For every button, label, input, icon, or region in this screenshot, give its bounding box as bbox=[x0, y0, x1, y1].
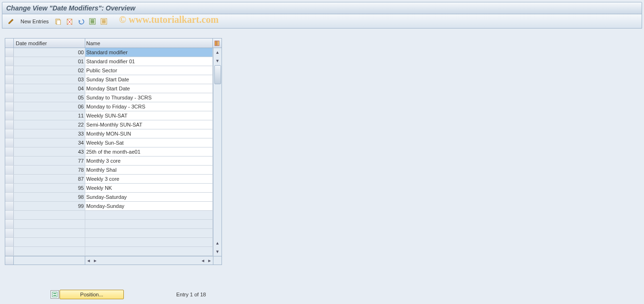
row-name[interactable]: Monday Start Date bbox=[85, 84, 213, 93]
col-header-code[interactable]: Date modifier bbox=[14, 39, 85, 48]
delete-icon[interactable] bbox=[65, 17, 74, 26]
scroll-up-icon[interactable]: ▲ bbox=[213, 48, 221, 57]
row-name[interactable]: Weekly NK bbox=[85, 184, 213, 192]
row-code[interactable]: 99 bbox=[14, 202, 85, 210]
row-name[interactable]: Semi-Monthly SUN-SAT bbox=[85, 120, 213, 129]
hscroll-right2-icon[interactable]: ► bbox=[206, 258, 213, 263]
scroll-down2-icon[interactable]: ▼ bbox=[213, 247, 221, 256]
row-name[interactable]: Standard modifier bbox=[85, 48, 213, 57]
table-row[interactable]: 00Standard modifier bbox=[5, 48, 213, 57]
row-code[interactable]: 00 bbox=[14, 48, 85, 57]
row-name[interactable] bbox=[85, 211, 213, 219]
select-all-icon[interactable] bbox=[88, 17, 97, 26]
row-select[interactable] bbox=[5, 211, 14, 219]
deselect-all-icon[interactable] bbox=[99, 17, 109, 26]
row-name[interactable]: Monthly Shal bbox=[85, 166, 213, 174]
scroll-up2-icon[interactable]: ▲ bbox=[213, 239, 221, 247]
row-name[interactable]: 25th of the month-ae01 bbox=[85, 147, 213, 156]
table-row[interactable]: 22Semi-Monthly SUN-SAT bbox=[5, 120, 213, 129]
row-code[interactable]: 95 bbox=[14, 184, 85, 192]
scroll-track[interactable] bbox=[213, 65, 221, 239]
row-code[interactable]: 34 bbox=[14, 138, 85, 147]
table-row[interactable]: 02Public Sector bbox=[5, 66, 213, 75]
row-code[interactable] bbox=[14, 211, 85, 219]
row-name[interactable]: Monday-Sunday bbox=[85, 202, 213, 210]
row-code[interactable]: 01 bbox=[14, 57, 85, 66]
row-select[interactable] bbox=[5, 138, 14, 147]
row-select[interactable] bbox=[5, 238, 14, 246]
row-code[interactable]: 06 bbox=[14, 102, 85, 111]
row-select[interactable] bbox=[5, 120, 14, 129]
hscroll-left2-icon[interactable]: ◄ bbox=[200, 258, 206, 263]
table-row-empty[interactable] bbox=[5, 220, 213, 229]
row-name[interactable]: Weekly SUN-SAT bbox=[85, 111, 213, 120]
row-select[interactable] bbox=[5, 147, 14, 156]
table-row-empty[interactable] bbox=[5, 238, 213, 247]
row-select[interactable] bbox=[5, 229, 14, 237]
row-select[interactable] bbox=[5, 166, 14, 174]
row-select[interactable] bbox=[5, 84, 14, 93]
table-row[interactable]: 98Sunday-Saturday bbox=[5, 193, 213, 202]
table-row[interactable]: 33Monthly MON-SUN bbox=[5, 129, 213, 138]
table-row[interactable]: 11Weekly SUN-SAT bbox=[5, 111, 213, 120]
row-name[interactable] bbox=[85, 229, 213, 237]
row-code[interactable] bbox=[14, 247, 85, 255]
table-row[interactable]: 05Sunday to Thursday - 3CRS bbox=[5, 93, 213, 102]
row-code[interactable]: 98 bbox=[14, 193, 85, 201]
row-name[interactable]: Sunday Start Date bbox=[85, 75, 213, 84]
row-select[interactable] bbox=[5, 48, 14, 57]
table-row[interactable]: 06Monday to Friday - 3CRS bbox=[5, 102, 213, 111]
scroll-down-icon[interactable]: ▼ bbox=[213, 57, 221, 65]
row-select[interactable] bbox=[5, 129, 14, 138]
table-row-empty[interactable] bbox=[5, 247, 213, 256]
row-name[interactable]: Monday to Friday - 3CRS bbox=[85, 102, 213, 111]
change-icon[interactable] bbox=[6, 17, 16, 26]
row-name[interactable] bbox=[85, 247, 213, 255]
horizontal-scrollbar[interactable]: ◄ ► ◄ ► bbox=[5, 256, 221, 265]
row-code[interactable]: 78 bbox=[14, 166, 85, 174]
table-row[interactable]: 87Weekly 3 core bbox=[5, 175, 213, 184]
copy-icon[interactable] bbox=[53, 17, 63, 26]
row-select[interactable] bbox=[5, 193, 14, 201]
table-row[interactable]: 99Monday-Sunday bbox=[5, 202, 213, 211]
row-code[interactable]: 77 bbox=[14, 157, 85, 165]
row-select[interactable] bbox=[5, 111, 14, 120]
position-icon[interactable] bbox=[50, 290, 59, 299]
row-code[interactable]: 87 bbox=[14, 175, 85, 183]
row-select[interactable] bbox=[5, 102, 14, 111]
row-code[interactable] bbox=[14, 238, 85, 246]
row-name[interactable]: Sunday-Saturday bbox=[85, 193, 213, 201]
row-code[interactable]: 33 bbox=[14, 129, 85, 138]
row-select[interactable] bbox=[5, 184, 14, 192]
table-row[interactable]: 01Standard modifier 01 bbox=[5, 57, 213, 66]
row-name[interactable]: Standard modifier 01 bbox=[85, 57, 213, 66]
table-row[interactable]: 04Monday Start Date bbox=[5, 84, 213, 93]
row-code[interactable]: 05 bbox=[14, 93, 85, 102]
row-select[interactable] bbox=[5, 75, 14, 84]
row-select[interactable] bbox=[5, 57, 14, 66]
table-row[interactable]: 4325th of the month-ae01 bbox=[5, 147, 213, 157]
row-select[interactable] bbox=[5, 220, 14, 228]
row-select[interactable] bbox=[5, 175, 14, 183]
row-select[interactable] bbox=[5, 157, 14, 165]
row-code[interactable]: 03 bbox=[14, 75, 85, 84]
row-select[interactable] bbox=[5, 66, 14, 75]
table-settings-icon[interactable] bbox=[213, 39, 221, 48]
table-row[interactable]: 77Monthly 3 core bbox=[5, 157, 213, 166]
vertical-scrollbar[interactable]: ▲ ▼ ▲ ▼ bbox=[213, 48, 221, 256]
table-row[interactable]: 78Monthly Shal bbox=[5, 166, 213, 175]
row-name[interactable] bbox=[85, 220, 213, 228]
new-entries-button[interactable]: New Entries bbox=[18, 18, 51, 25]
row-code[interactable]: 11 bbox=[14, 111, 85, 120]
hscroll-left-icon[interactable]: ◄ bbox=[85, 258, 92, 263]
hscroll-right-icon[interactable]: ► bbox=[92, 258, 99, 263]
table-row[interactable]: 03Sunday Start Date bbox=[5, 75, 213, 84]
row-code[interactable]: 02 bbox=[14, 66, 85, 75]
table-row[interactable]: 34Weekly Sun-Sat bbox=[5, 138, 213, 147]
col-header-name[interactable]: Name bbox=[85, 39, 213, 48]
row-name[interactable]: Monthly MON-SUN bbox=[85, 129, 213, 138]
select-all-col[interactable] bbox=[5, 39, 14, 48]
row-code[interactable]: 22 bbox=[14, 120, 85, 129]
position-button[interactable]: Position... bbox=[60, 290, 124, 299]
row-select[interactable] bbox=[5, 93, 14, 102]
